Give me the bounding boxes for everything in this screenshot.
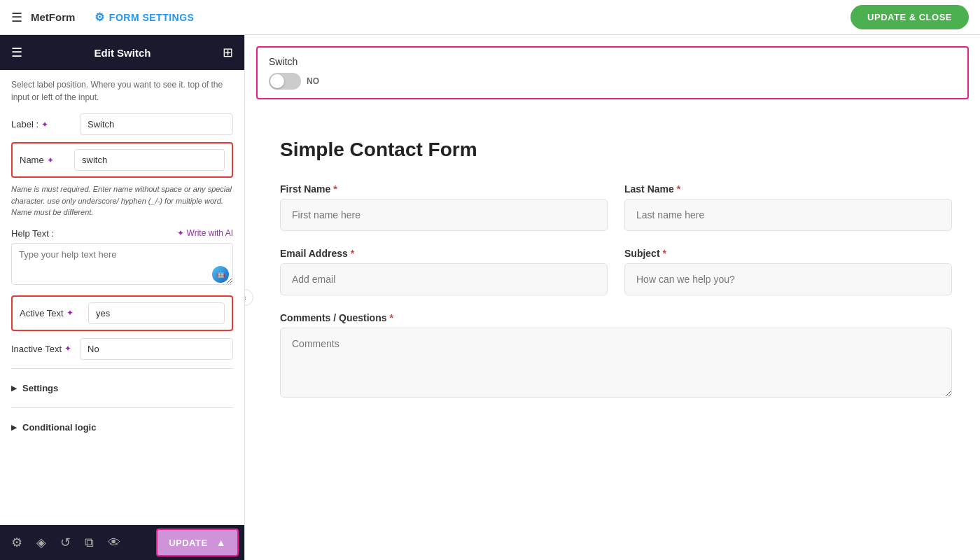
divider-1 — [11, 368, 233, 369]
ai-icon: ✦ — [177, 228, 184, 238]
comments-required: * — [389, 312, 393, 323]
label-icon: ✦ — [41, 120, 48, 130]
help-text-label: Help Text : — [11, 228, 54, 239]
first-name-group: First Name * — [280, 183, 608, 231]
help-text-textarea-wrapper: 🤖 — [11, 243, 233, 287]
app-name: MetForm — [31, 11, 75, 23]
form-title: Simple Contact Form — [280, 139, 952, 161]
form-content: Simple Contact Form First Name * Last Na… — [245, 111, 980, 426]
name-field-label: Name ✦ — [20, 155, 69, 165]
last-name-label: Last Name * — [624, 183, 952, 195]
update-chevron-icon: ▲ — [216, 537, 226, 548]
name-input[interactable] — [74, 149, 225, 171]
main-layout: ☰ Edit Switch ⊞ Select label position. W… — [0, 35, 980, 560]
settings-section: ▶ Settings — [11, 377, 233, 399]
left-sidebar: ☰ Edit Switch ⊞ Select label position. W… — [0, 35, 245, 560]
sidebar-title: Edit Switch — [94, 47, 151, 59]
subject-required: * — [663, 248, 666, 259]
name-icon: ✦ — [47, 155, 54, 165]
email-input[interactable] — [280, 263, 608, 295]
write-with-ai-button[interactable]: ✦ Write with AI — [177, 228, 233, 238]
layers-toolbar-icon[interactable]: ◈ — [31, 529, 52, 556]
sidebar-hamburger-icon[interactable]: ☰ — [11, 45, 22, 60]
update-btn-wrapper: UPDATE ▲ — [156, 528, 239, 556]
history-toolbar-icon[interactable]: ↺ — [55, 529, 76, 556]
active-text-label: Active Text ✦ — [20, 308, 83, 318]
label-field-label: Label : ✦ — [11, 119, 74, 130]
inactive-icon: ✦ — [64, 344, 71, 354]
switch-preview-label: Switch — [269, 56, 956, 67]
last-name-input[interactable] — [624, 199, 952, 231]
conditional-logic-section: ▶ Conditional logic — [11, 416, 233, 438]
sidebar-grid-icon[interactable]: ⊞ — [223, 45, 233, 60]
toggle-thumb — [270, 74, 284, 88]
switch-preview: Switch NO — [256, 46, 969, 99]
subject-group: Subject * — [624, 248, 952, 295]
form-settings-label: FORM SETTINGS — [109, 12, 195, 23]
label-field-row: Label : ✦ — [11, 113, 233, 135]
switch-toggle[interactable]: NO — [269, 73, 956, 90]
settings-header[interactable]: ▶ Settings — [11, 377, 233, 399]
update-close-button[interactable]: UPDATE & CLOSE — [850, 5, 969, 29]
help-text-textarea[interactable] — [11, 243, 233, 285]
ai-avatar: 🤖 — [212, 266, 229, 283]
email-label: Email Address * — [280, 248, 608, 259]
divider-2 — [11, 407, 233, 408]
first-name-required: * — [333, 183, 337, 195]
toggle-track[interactable] — [269, 73, 301, 90]
settings-label: Settings — [22, 383, 58, 393]
inactive-text-input[interactable] — [80, 338, 233, 360]
subject-input[interactable] — [624, 263, 952, 295]
preview-toolbar-icon[interactable]: 👁 — [102, 530, 126, 556]
active-icon: ✦ — [66, 308, 74, 318]
toggle-text: NO — [307, 76, 319, 86]
conditional-logic-label: Conditional logic — [22, 422, 96, 433]
sidebar-hint: Select label position. Where you want to… — [11, 78, 233, 104]
name-hint: Name is must required. Enter name withou… — [11, 183, 233, 218]
hamburger-icon[interactable]: ☰ — [11, 10, 22, 25]
first-name-input[interactable] — [280, 199, 608, 231]
duplicate-toolbar-icon[interactable]: ⧉ — [79, 530, 99, 556]
conditional-logic-header[interactable]: ▶ Conditional logic — [11, 416, 233, 438]
active-text-input[interactable] — [88, 302, 225, 324]
header-left: ☰ MetForm ⚙ FORM SETTINGS — [11, 10, 194, 25]
subject-label: Subject * — [624, 248, 952, 259]
email-subject-row: Email Address * Subject * — [280, 248, 952, 295]
help-text-row: Help Text : ✦ Write with AI 🤖 — [11, 228, 233, 287]
top-header: ☰ MetForm ⚙ FORM SETTINGS UPDATE & CLOSE — [0, 0, 980, 35]
inactive-text-row: Inactive Text ✦ — [11, 338, 233, 360]
first-name-label: First Name * — [280, 183, 608, 195]
form-settings-link[interactable]: ⚙ FORM SETTINGS — [94, 10, 194, 24]
name-row: First Name * Last Name * — [280, 183, 952, 231]
settings-toolbar-icon[interactable]: ⚙ — [6, 529, 28, 556]
comments-label: Comments / Questions * — [280, 312, 952, 323]
bottom-toolbar: ⚙ ◈ ↺ ⧉ 👁 UPDATE ▲ — [0, 525, 244, 560]
name-field-wrapper: Name ✦ — [11, 142, 233, 178]
conditional-arrow-icon: ▶ — [11, 424, 17, 431]
active-text-wrapper: Active Text ✦ — [11, 295, 233, 331]
gear-icon: ⚙ — [94, 10, 105, 24]
email-required: * — [351, 248, 354, 259]
last-name-required: * — [677, 183, 680, 195]
sidebar-header: ☰ Edit Switch ⊞ — [0, 35, 244, 70]
sidebar-body: Select label position. Where you want to… — [0, 70, 244, 525]
right-content: ‹ Switch NO Simple Contact Form First Na… — [245, 35, 980, 560]
help-text-label-row: Help Text : ✦ Write with AI — [11, 228, 233, 239]
email-group: Email Address * — [280, 248, 608, 295]
comments-group: Comments / Questions * — [280, 312, 952, 398]
last-name-group: Last Name * — [624, 183, 952, 231]
update-button[interactable]: UPDATE ▲ — [158, 530, 237, 555]
inactive-text-label: Inactive Text ✦ — [11, 344, 74, 354]
settings-arrow-icon: ▶ — [11, 384, 17, 392]
label-input[interactable] — [80, 113, 233, 135]
comments-textarea[interactable] — [280, 328, 952, 398]
